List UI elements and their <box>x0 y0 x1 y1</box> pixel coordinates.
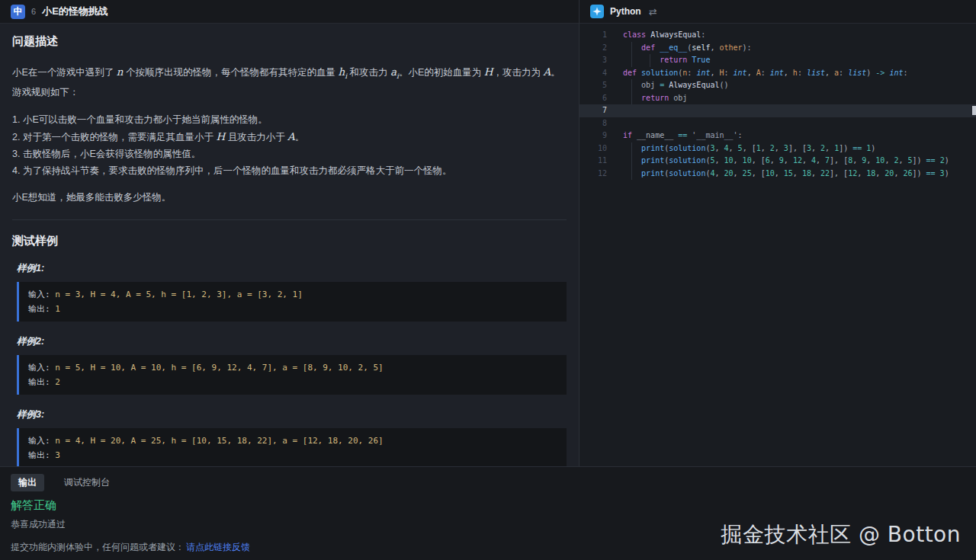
sample-label: 样例1: <box>17 262 567 275</box>
code-editor[interactable]: 1class AlwaysEqual:2 def __eq__(self, ot… <box>580 24 976 466</box>
indent-guide <box>631 42 632 55</box>
sample-input-line: 输入: n = 4, H = 20, A = 25, h = [10, 15, … <box>28 434 557 448</box>
code-line <box>607 104 976 117</box>
line-number: 5 <box>580 79 607 92</box>
python-icon <box>590 5 604 18</box>
editor-header: Python ⇄ <box>580 0 976 24</box>
sample-output-line: 输出: 2 <box>28 375 557 389</box>
cursor-overview-marker <box>972 106 976 115</box>
sample-output-line: 输出: 1 <box>28 302 557 316</box>
code-line: def __eq__(self, other): <box>607 42 976 55</box>
indent-guide <box>631 54 632 67</box>
app-root: 中 6 小E的怪物挑战 问题描述 小E在一个游戏中遇到了 n 个按顺序出现的怪物… <box>0 0 976 560</box>
code-line: print(solution(3, 4, 5, [1, 2, 3], [3, 2… <box>607 142 976 155</box>
sample-label: 样例3: <box>17 408 567 421</box>
code-row[interactable]: 5 obj = AlwaysEqual() <box>580 79 976 92</box>
indent-guide <box>631 92 632 105</box>
code-line: class AlwaysEqual: <box>607 29 976 42</box>
section-heading-samples: 测试样例 <box>12 234 567 248</box>
line-number: 6 <box>580 92 607 105</box>
indent-guide <box>631 79 632 92</box>
line-number: 10 <box>580 142 607 155</box>
feedback-text: 提交功能内测体验中，任何问题或者建议： <box>11 542 185 552</box>
line-number: 4 <box>580 67 607 80</box>
problem-rule: 1. 小E可以击败一个血量和攻击力都小于她当前属性的怪物。 <box>12 111 567 128</box>
problem-description: 小E在一个游戏中遇到了 n 个按顺序出现的怪物，每个怪物都有其特定的血量 hi … <box>12 64 567 101</box>
code-row[interactable]: 9if __name__ == '__main__': <box>580 130 976 142</box>
problem-rule: 3. 击败怪物后，小E会获得该怪物的属性值。 <box>12 146 567 162</box>
line-number: 9 <box>580 130 607 142</box>
sample-io-block: 输入: n = 5, H = 10, A = 10, h = [6, 9, 12… <box>17 355 567 395</box>
result-status: 解答正确 <box>11 498 965 513</box>
tab-debug-console[interactable]: 调试控制台 <box>56 474 117 491</box>
indent-guide <box>631 168 632 181</box>
code-line: obj = AlwaysEqual() <box>607 79 976 92</box>
code-line <box>607 117 976 130</box>
code-row[interactable]: 12 print(solution(4, 20, 25, [10, 15, 18… <box>580 168 976 181</box>
watermark: 掘金技术社区 @ Botton <box>721 520 961 549</box>
console-tabs: 输出 调试控制台 <box>11 474 965 491</box>
problem-content: 问题描述 小E在一个游戏中遇到了 n 个按顺序出现的怪物，每个怪物都有其特定的血… <box>0 24 579 466</box>
sample-input-line: 输入: n = 5, H = 10, A = 10, h = [6, 9, 12… <box>28 360 557 375</box>
code-row[interactable]: 2 def __eq__(self, other): <box>580 42 976 55</box>
language-label: Python <box>610 6 641 17</box>
sample-io-block: 输入: n = 4, H = 20, A = 25, h = [10, 15, … <box>17 428 567 466</box>
code-line: def solution(n: int, H: int, A: int, h: … <box>607 67 976 80</box>
code-line: print(solution(4, 20, 25, [10, 15, 18, 2… <box>607 168 976 181</box>
code-row[interactable]: 6 return obj <box>580 92 976 105</box>
section-divider <box>12 219 567 220</box>
code-row[interactable]: 1class AlwaysEqual: <box>580 29 976 42</box>
code-row[interactable]: 11 print(solution(5, 10, 10, [6, 9, 12, … <box>580 155 976 168</box>
line-number: 1 <box>580 29 607 42</box>
problem-question: 小E想知道，她最多能击败多少怪物。 <box>12 191 567 204</box>
code-line: return obj <box>607 92 976 105</box>
code-row[interactable]: 10 print(solution(3, 4, 5, [1, 2, 3], [3… <box>580 142 976 155</box>
question-index: 6 <box>31 7 36 16</box>
line-number: 11 <box>580 155 607 168</box>
sample-io-block: 输入: n = 3, H = 4, A = 5, h = [1, 2, 3], … <box>17 282 567 322</box>
code-row[interactable]: 8 <box>580 117 976 130</box>
line-number: 7 <box>580 104 607 117</box>
main-split: 中 6 小E的怪物挑战 问题描述 小E在一个游戏中遇到了 n 个按顺序出现的怪物… <box>0 0 976 466</box>
code-line: return True <box>607 54 976 67</box>
problem-rule: 4. 为了保持战斗节奏，要求击败的怪物序列中，后一个怪物的血量和攻击力都必须严格… <box>12 162 567 179</box>
indent-guide <box>631 142 632 155</box>
tab-output[interactable]: 输出 <box>11 474 44 491</box>
line-number: 3 <box>580 54 607 67</box>
feedback-link[interactable]: 请点此链接反馈 <box>186 542 250 552</box>
line-number: 2 <box>580 42 607 55</box>
line-number: 12 <box>580 168 607 181</box>
problem-rules: 1. 小E可以击败一个血量和攻击力都小于她当前属性的怪物。2. 对于第一个击败的… <box>12 111 567 179</box>
swap-language-icon[interactable]: ⇄ <box>649 6 657 18</box>
section-heading-description: 问题描述 <box>12 34 567 49</box>
code-row[interactable]: 3 return True <box>580 54 976 67</box>
problem-panel: 中 6 小E的怪物挑战 问题描述 小E在一个游戏中遇到了 n 个按顺序出现的怪物… <box>0 0 580 466</box>
indent-guide <box>631 155 632 168</box>
code-line: if __name__ == '__main__': <box>607 130 976 142</box>
code-line: print(solution(5, 10, 10, [6, 9, 12, 4, … <box>607 155 976 168</box>
problem-title: 小E的怪物挑战 <box>42 5 108 18</box>
editor-panel: Python ⇄ 1class AlwaysEqual:2 def __eq__… <box>580 0 976 466</box>
sample-output-line: 输出: 3 <box>28 448 557 462</box>
problem-header: 中 6 小E的怪物挑战 <box>0 0 579 24</box>
sample-label: 样例2: <box>17 335 567 348</box>
sample-input-line: 输入: n = 3, H = 4, A = 5, h = [1, 2, 3], … <box>28 287 557 302</box>
line-number: 8 <box>580 117 607 130</box>
samples-list: 样例1:输入: n = 3, H = 4, A = 5, h = [1, 2, … <box>12 262 567 466</box>
indent-guide <box>650 54 650 67</box>
code-row[interactable]: 4def solution(n: int, H: int, A: int, h:… <box>580 67 976 80</box>
code-row[interactable]: 7 <box>580 104 976 117</box>
platform-badge-icon: 中 <box>11 5 25 19</box>
problem-rule: 2. 对于第一个击败的怪物，需要满足其血量小于 H 且攻击力小于 A。 <box>12 128 567 146</box>
